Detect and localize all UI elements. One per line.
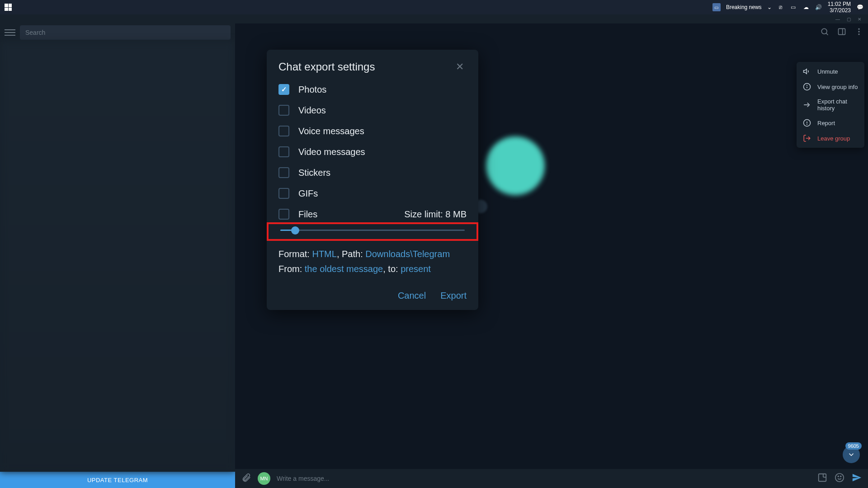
option-gifs[interactable]: GIFs: [278, 188, 467, 199]
menu-leave-group[interactable]: Leave group: [797, 131, 864, 146]
menu-report[interactable]: Report: [797, 115, 864, 131]
close-icon[interactable]: ✕: [453, 61, 467, 73]
svg-point-12: [807, 124, 807, 125]
checkbox-gifs[interactable]: [278, 188, 289, 199]
menu-unmute[interactable]: Unmute: [797, 64, 864, 79]
export-button[interactable]: Export: [440, 291, 467, 301]
format-link[interactable]: HTML: [312, 249, 336, 259]
slider-thumb[interactable]: [291, 226, 299, 235]
checkbox-stickers[interactable]: [278, 167, 289, 178]
format-path-line: Format: HTML, Path: Downloads\Telegram: [278, 249, 467, 259]
to-link[interactable]: present: [401, 264, 431, 274]
chat-export-settings-dialog: Chat export settings ✕ Photos Videos Voi…: [267, 50, 478, 310]
option-stickers[interactable]: Stickers: [278, 167, 467, 178]
checkbox-files[interactable]: [278, 209, 289, 220]
checkbox-videos[interactable]: [278, 105, 289, 116]
cancel-button[interactable]: Cancel: [398, 291, 426, 301]
option-photos[interactable]: Photos: [278, 84, 467, 95]
checkbox-voice[interactable]: [278, 126, 289, 136]
size-limit-slider[interactable]: [280, 230, 465, 231]
from-to-line: From: the oldest message, to: present: [278, 264, 467, 274]
dialog-overlay: Chat export settings ✕ Photos Videos Voi…: [0, 0, 868, 488]
option-videos[interactable]: Videos: [278, 105, 467, 116]
menu-view-group-info[interactable]: View group info: [797, 79, 864, 94]
option-voice-messages[interactable]: Voice messages: [278, 126, 467, 136]
dialog-title: Chat export settings: [278, 61, 375, 73]
size-limit-slider-highlighted: [267, 222, 478, 241]
path-link[interactable]: Downloads\Telegram: [365, 249, 450, 259]
context-menu: Unmute View group info Export chat histo…: [797, 62, 864, 148]
from-link[interactable]: the oldest message: [305, 264, 383, 274]
svg-point-9: [807, 85, 807, 86]
option-video-messages[interactable]: Video messages: [278, 146, 467, 157]
menu-export-chat-history[interactable]: Export chat history: [797, 94, 864, 115]
size-limit-label: Size limit: 8 MB: [404, 209, 467, 220]
checkbox-photos[interactable]: [278, 84, 289, 95]
option-files[interactable]: Files Size limit: 8 MB: [278, 209, 467, 220]
checkbox-video-msg[interactable]: [278, 146, 289, 157]
